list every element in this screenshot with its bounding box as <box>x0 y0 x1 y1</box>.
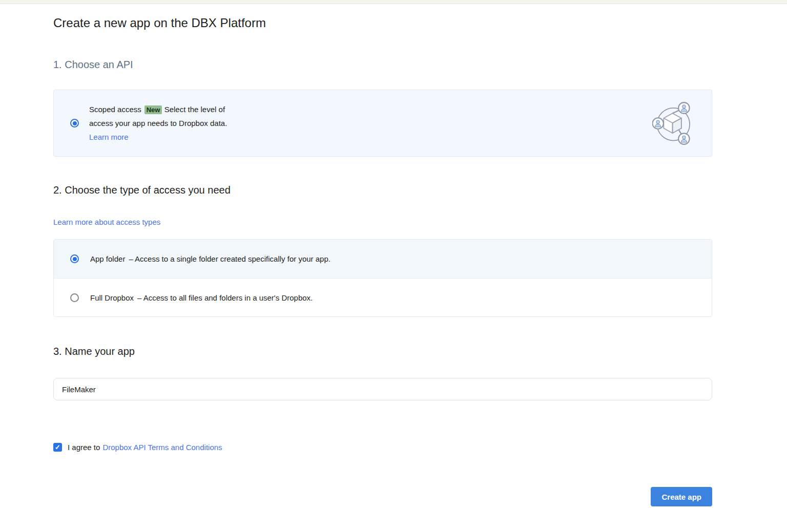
terms-agreement-row: ✓ I agree to Dropbox API Terms and Condi… <box>53 443 712 452</box>
terms-and-conditions-link[interactable]: Dropbox API Terms and Conditions <box>102 443 222 452</box>
scoped-access-card[interactable]: Scoped accessNew Select the level of acc… <box>53 90 712 157</box>
section-heading-choose-api: 1. Choose an API <box>53 59 712 71</box>
access-row-app-folder[interactable]: App folder– Access to a single folder cr… <box>54 240 712 278</box>
app-folder-name: App folder <box>90 254 125 263</box>
full-dropbox-label: Full Dropbox– Access to all files and fo… <box>90 293 313 302</box>
learn-more-link[interactable]: Learn more <box>89 133 129 141</box>
full-dropbox-name: Full Dropbox <box>90 293 134 302</box>
scoped-access-network-icon <box>652 98 696 148</box>
create-app-button[interactable]: Create app <box>651 487 712 506</box>
app-folder-label: App folder– Access to a single folder cr… <box>90 254 330 263</box>
access-types-link-row: Learn more about access types <box>53 218 712 226</box>
action-row: Create app <box>53 487 712 506</box>
scoped-access-radio[interactable] <box>70 119 79 127</box>
new-badge: New <box>144 105 162 114</box>
page-title: Create a new app on the DBX Platform <box>53 16 712 30</box>
section-heading-name-app: 3. Name your app <box>53 346 712 357</box>
app-folder-description: – Access to a single folder created spec… <box>129 254 330 263</box>
app-folder-radio[interactable] <box>70 254 79 263</box>
top-window-strip <box>0 0 787 4</box>
full-dropbox-radio[interactable] <box>70 293 79 302</box>
access-row-full-dropbox[interactable]: Full Dropbox– Access to all files and fo… <box>54 278 712 316</box>
full-dropbox-description: – Access to all files and folders in a u… <box>137 293 313 302</box>
create-app-page: Create a new app on the DBX Platform 1. … <box>0 4 787 506</box>
learn-more-access-types-link[interactable]: Learn more about access types <box>53 218 160 226</box>
terms-checkbox[interactable]: ✓ <box>53 443 62 452</box>
section-heading-access-type: 2. Choose the type of access you need <box>53 184 712 196</box>
app-name-input[interactable] <box>53 378 712 400</box>
scoped-access-label: Scoped access <box>89 105 141 114</box>
scoped-access-text: Scoped accessNew Select the level of acc… <box>89 102 232 144</box>
agree-text: I agree to <box>68 443 100 452</box>
access-type-card: App folder– Access to a single folder cr… <box>53 239 712 317</box>
